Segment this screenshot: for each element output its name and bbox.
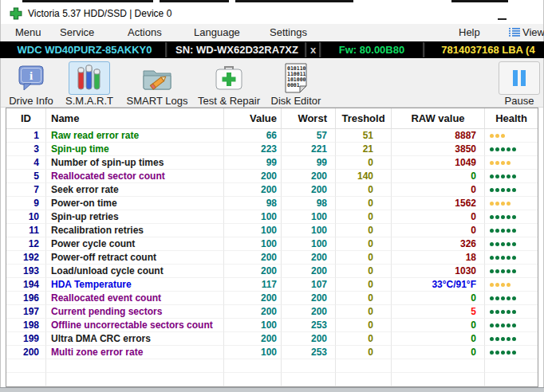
attr-id: 11	[6, 224, 46, 237]
attr-worst: 200	[282, 251, 336, 265]
pause-button[interactable]: Pause	[497, 62, 542, 107]
table-row[interactable]: 1 Raw read error rate 66 57 51 8887	[6, 129, 538, 143]
column-header-health: Health	[485, 108, 538, 129]
drive-model: WDC WD40PURZ-85AKKY0	[6, 41, 163, 58]
table-row[interactable]: 197 Current pending sectors 200 200 0 5	[6, 305, 538, 319]
attr-id: 200	[6, 346, 46, 359]
drive-firmware: Fw: 80.00B80	[322, 41, 421, 58]
menu-item-view[interactable]: View	[509, 24, 544, 41]
attr-id: 199	[6, 332, 46, 346]
table-row[interactable]: 3 Spin-up time 223 221 21 3850	[6, 143, 538, 156]
list-icon	[509, 27, 520, 37]
attr-treshold: 140	[336, 170, 392, 183]
table-row[interactable]: 9 Power-on time 98 98 0 1562	[6, 197, 538, 210]
table-row[interactable]: 10 Spin-up retries 100 100 0 0	[6, 210, 538, 224]
attr-name: Offline uncorrectable sectors count	[46, 319, 224, 332]
attr-id: 196	[6, 292, 46, 305]
test-tubes-icon	[75, 64, 104, 92]
attr-treshold: 0	[336, 292, 392, 305]
smart-logs-button[interactable]: SMART Logs	[122, 62, 192, 107]
attr-id: 9	[6, 197, 46, 210]
attr-raw-value: 0	[392, 292, 485, 305]
attr-value: 200	[224, 265, 282, 278]
table-row[interactable]: 12 Power cycle count 100 100 0 326	[6, 237, 538, 251]
attr-name: Load/unload cycle count	[46, 265, 224, 278]
menu-item-menu[interactable]: Menu	[15, 24, 41, 41]
attr-worst: 57	[282, 129, 336, 143]
column-header-raw: RAW value	[392, 108, 485, 129]
health-dots	[485, 332, 538, 346]
attr-name: Seek error rate	[46, 183, 224, 197]
table-row[interactable]: 192 Power-off retract count 200 200 0 18	[6, 251, 538, 265]
attr-name: Power-off retract count	[46, 251, 224, 265]
attr-id: 1	[6, 129, 46, 143]
attr-value: 100	[224, 319, 282, 332]
menu-bar: Menu Service Actions Language Settings H…	[1, 24, 543, 41]
attr-treshold: 0	[336, 346, 392, 359]
table-row[interactable]: 5 Reallocated sector count 200 200 140 0	[6, 170, 538, 183]
health-dots	[485, 237, 538, 251]
attr-raw-value: 0	[392, 210, 485, 224]
attr-value: 99	[224, 156, 282, 170]
attr-name: Recalibration retries	[46, 224, 224, 237]
health-dots	[485, 305, 538, 319]
attr-raw-value: 0	[392, 183, 485, 197]
attr-name: Spin-up time	[46, 143, 224, 156]
attr-value: 100	[224, 237, 282, 251]
attr-treshold: 0	[336, 224, 392, 237]
table-row[interactable]: 7 Seek error rate 200 200 0 0	[6, 183, 538, 197]
health-dots	[485, 156, 538, 170]
attr-treshold: 0	[336, 305, 392, 319]
smart-button[interactable]: S.M.A.R.T	[63, 62, 116, 107]
attr-name: Raw read error rate	[46, 129, 224, 143]
smart-logs-label: SMART Logs	[122, 95, 192, 107]
device-close-button[interactable]: x	[307, 41, 319, 58]
smart-table-rows: 1 Raw read error rate 66 57 51 8887 3 Sp…	[6, 129, 538, 359]
drive-capacity: 7814037168 LBA (4	[429, 41, 544, 58]
attr-worst: 200	[282, 170, 336, 183]
attr-name: HDA Temperature	[46, 278, 224, 292]
binary-document-icon: 010110 110011 101000 0001	[283, 63, 309, 93]
table-row[interactable]: 11 Recalibration retries 100 100 0 0	[6, 224, 538, 237]
minimize-button[interactable]	[494, 9, 510, 22]
menu-item-help[interactable]: Help	[459, 24, 480, 41]
info-bubble-icon: i	[17, 65, 45, 92]
health-dots	[485, 129, 538, 143]
column-header-id: ID	[6, 108, 46, 129]
attr-name: Current pending sectors	[46, 305, 224, 319]
menu-item-service[interactable]: Service	[60, 24, 94, 41]
attr-raw-value: 0	[392, 224, 485, 237]
attr-raw-value: 5	[392, 305, 485, 319]
app-cross-icon	[10, 7, 22, 23]
test-repair-button[interactable]: Test & Repair	[192, 62, 266, 107]
table-row[interactable]: 194 HDA Temperature 117 107 0 33°C/91°F	[6, 278, 538, 292]
menu-item-actions[interactable]: Actions	[128, 24, 162, 41]
pause-icon	[507, 69, 531, 88]
table-row[interactable]: 198 Offline uncorrectable sectors count …	[6, 319, 538, 332]
health-dots	[485, 183, 538, 197]
attr-raw-value: 0	[392, 346, 485, 359]
health-dots	[485, 319, 538, 332]
table-row[interactable]: 193 Load/unload cycle count 200 200 0 10…	[6, 265, 538, 278]
attr-id: 192	[6, 251, 46, 265]
empty-row	[6, 359, 538, 373]
table-row[interactable]: 199 Ultra DMA CRC errors 200 200 0 0	[6, 332, 538, 346]
menu-item-settings[interactable]: Settings	[270, 24, 307, 41]
attr-treshold: 0	[336, 156, 392, 170]
attr-name: Ultra DMA CRC errors	[46, 332, 224, 346]
table-row[interactable]: 200 Multi zone error rate 100 253 0 0	[6, 346, 538, 359]
table-row[interactable]: 4 Number of spin-up times 99 99 0 1049	[6, 156, 538, 170]
bottom-status-strip	[0, 387, 544, 392]
drive-info-button[interactable]: i Drive Info	[6, 62, 57, 107]
table-row[interactable]: 196 Reallocated event count 200 200 0 0	[6, 292, 538, 305]
attr-treshold: 0	[336, 237, 392, 251]
attr-treshold: 0	[336, 183, 392, 197]
attr-treshold: 0	[336, 251, 392, 265]
disk-editor-button[interactable]: 010110 110011 101000 0001 Disk Editor	[266, 62, 326, 107]
test-repair-label: Test & Repair	[192, 95, 266, 107]
drive-serial: SN: WD-WX62D32RA7XZ	[170, 41, 304, 58]
divider	[423, 42, 425, 57]
svg-text:0001: 0001	[287, 82, 300, 88]
menu-item-language[interactable]: Language	[194, 24, 240, 41]
attr-raw-value: 0	[392, 332, 485, 346]
